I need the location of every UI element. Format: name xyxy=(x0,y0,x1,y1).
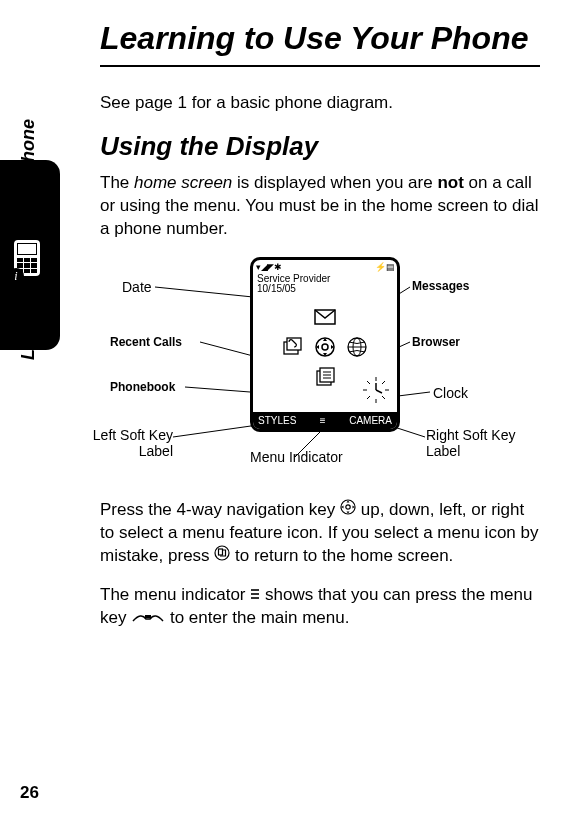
soft-right-label: CAMERA xyxy=(349,415,392,426)
menu-indicator-icon: ≡ xyxy=(320,415,326,426)
globe-icon xyxy=(345,336,369,358)
lead-text: See page 1 for a basic phone diagram. xyxy=(100,93,540,113)
svg-line-31 xyxy=(382,396,385,399)
label-menu-indicator: Menu Indicator xyxy=(250,449,343,465)
soft-left-label: STYLES xyxy=(258,415,296,426)
label-date: Date xyxy=(122,279,152,295)
svg-rect-11 xyxy=(287,338,301,350)
svg-marker-39 xyxy=(347,511,350,513)
section-heading: Using the Display xyxy=(100,131,540,162)
page-title: Learning to Use Your Phone xyxy=(100,20,540,57)
svg-line-33 xyxy=(382,381,385,384)
status-right-icons: ⚡▤ xyxy=(375,262,394,274)
phone-screen: ▾◢◤✱ ⚡▤ Service Provider 10/15/05 xyxy=(250,257,400,432)
screen-date: 10/15/05 xyxy=(253,284,397,298)
paragraph-2: Press the 4-way navigation key up, down,… xyxy=(100,499,540,568)
page-number: 26 xyxy=(20,783,39,803)
label-right-soft-key: Right Soft KeyLabel xyxy=(426,427,516,459)
menu-key-icon xyxy=(131,611,165,625)
svg-rect-43 xyxy=(219,549,223,555)
svg-rect-47 xyxy=(145,615,151,618)
phonebook-icon xyxy=(313,366,337,388)
label-clock: Clock xyxy=(433,385,468,401)
nav-key-icon xyxy=(340,499,356,522)
status-left-icons: ▾◢◤✱ xyxy=(256,262,281,274)
note-icon: i xyxy=(12,238,42,278)
title-rule xyxy=(100,65,540,67)
label-recent-calls: Recent Calls xyxy=(110,335,182,349)
recent-calls-icon xyxy=(281,336,305,358)
svg-line-30 xyxy=(367,381,370,384)
label-left-soft-key: Left Soft KeyLabel xyxy=(78,427,173,459)
svg-marker-41 xyxy=(353,505,355,508)
svg-point-37 xyxy=(346,504,350,508)
paragraph-1: The home screen is displayed when you ar… xyxy=(100,172,540,241)
label-messages: Messages xyxy=(412,279,469,293)
svg-line-35 xyxy=(376,390,382,393)
clock-icon xyxy=(361,375,391,405)
label-browser: Browser xyxy=(412,335,460,349)
soft-key-bar: STYLES ≡ CAMERA xyxy=(253,412,397,429)
menu-indicator-inline-icon xyxy=(250,584,260,607)
info-icon: i xyxy=(8,268,24,284)
envelope-icon xyxy=(313,306,337,328)
nav-circle-icon xyxy=(313,336,337,358)
svg-line-0 xyxy=(155,287,253,297)
label-phonebook: Phonebook xyxy=(110,380,175,394)
svg-point-13 xyxy=(322,344,328,350)
end-key-icon xyxy=(214,545,230,568)
svg-line-32 xyxy=(367,396,370,399)
phone-diagram: ▾◢◤✱ ⚡▤ Service Provider 10/15/05 xyxy=(100,257,550,487)
svg-marker-40 xyxy=(342,505,344,508)
status-bar: ▾◢◤✱ ⚡▤ xyxy=(253,260,397,274)
paragraph-3: The menu indicator shows that you can pr… xyxy=(100,584,540,630)
svg-marker-38 xyxy=(347,500,350,502)
